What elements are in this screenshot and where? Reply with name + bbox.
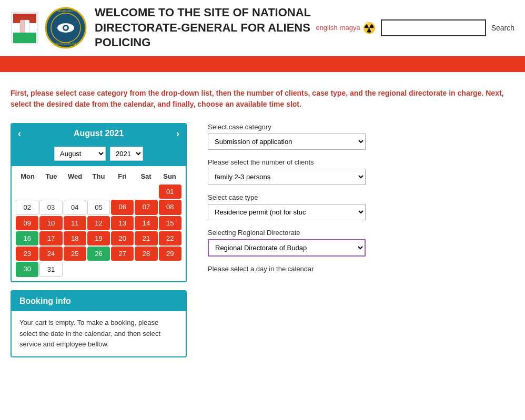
cal-day-08[interactable]: 08 <box>159 200 181 215</box>
cal-day-25[interactable]: 25 <box>64 247 86 261</box>
cal-day-17[interactable]: 17 <box>39 231 62 245</box>
calendar-month-year: August 2021 <box>74 129 124 138</box>
case-category-group: Select case category Submission of appli… <box>208 123 429 150</box>
case-type-group: Select case type Residence permit (not f… <box>208 193 429 220</box>
cal-day-12[interactable]: 12 <box>87 216 110 230</box>
radiation-icon: ☢️ <box>362 22 376 34</box>
calendar-grid: Mon Tue Wed Thu Fri Sat Sun <box>12 166 186 281</box>
cal-day-13[interactable]: 13 <box>111 216 134 230</box>
cal-day-07[interactable]: 07 <box>135 200 157 215</box>
cal-day-20[interactable]: 20 <box>111 231 134 245</box>
form-section: Select case category Submission of appli… <box>208 123 429 273</box>
cal-day-21[interactable]: 21 <box>135 231 157 245</box>
cal-day-09[interactable]: 09 <box>16 216 38 230</box>
case-category-select[interactable]: Submission of application Extension of a… <box>208 134 366 150</box>
cal-day-23[interactable]: 23 <box>16 247 38 261</box>
svg-text:BEVÁNDORLÁSI: BEVÁNDORLÁSI <box>56 42 76 45</box>
booking-info-body: Your cart is empty. To make a booking, p… <box>12 311 186 356</box>
content-layout: ‹ August 2021 › JanuaryFebruaryMarchApri… <box>11 123 514 357</box>
svg-rect-5 <box>20 20 25 33</box>
calendar-section: ‹ August 2021 › JanuaryFebruaryMarchApri… <box>11 123 187 357</box>
search-button[interactable]: Search <box>491 24 514 32</box>
directorate-select[interactable]: Regional Directorate of Budap Regional D… <box>208 239 366 257</box>
case-type-label: Select case type <box>208 193 429 201</box>
cal-day-02[interactable]: 02 <box>16 200 38 215</box>
red-bar <box>0 56 525 72</box>
directorate-group: Selecting Regional Directorate Regional … <box>208 229 429 257</box>
cal-day-11[interactable]: 11 <box>64 216 86 230</box>
cal-day-16[interactable]: 16 <box>16 231 38 245</box>
svg-text:RENDÉSZETI: RENDÉSZETI <box>57 9 74 13</box>
day-name-sun: Sun <box>158 170 181 182</box>
calendar-prev-button[interactable]: ‹ <box>18 128 21 139</box>
cal-empty <box>87 185 110 199</box>
day-name-mon: Mon <box>16 170 39 182</box>
cal-day-05[interactable]: 05 <box>87 200 110 215</box>
language-switcher: english magya ☢️ <box>316 22 375 34</box>
cal-day-14[interactable]: 14 <box>135 216 157 230</box>
organization-logo: BEVÁNDORLÁSI RENDÉSZETI <box>45 7 87 49</box>
calendar-selects: JanuaryFebruaryMarchApril MayJuneJulyAug… <box>12 144 186 166</box>
day-name-fri: Fri <box>110 170 134 182</box>
cal-day-18[interactable]: 18 <box>64 231 86 245</box>
month-select[interactable]: JanuaryFebruaryMarchApril MayJuneJulyAug… <box>54 147 106 161</box>
cal-day-26[interactable]: 26 <box>87 247 110 261</box>
cal-day-01[interactable]: 01 <box>159 185 181 199</box>
instructions-text: First, please select case category from … <box>11 88 514 110</box>
case-category-label: Select case category <box>208 123 429 131</box>
site-title: WELCOME TO THE SITE OF NATIONAL DIRECTOR… <box>95 5 316 50</box>
svg-point-11 <box>64 26 67 29</box>
calendar-container: ‹ August 2021 › JanuaryFebruaryMarchApri… <box>11 123 187 282</box>
hungarian-flag-icon <box>11 9 39 46</box>
directorate-label: Selecting Regional Directorate <box>208 229 429 237</box>
cal-day-03[interactable]: 03 <box>39 200 62 215</box>
day-name-thu: Thu <box>87 170 110 182</box>
cal-day-06[interactable]: 06 <box>111 200 134 215</box>
cal-day-30[interactable]: 30 <box>16 262 38 277</box>
cal-empty <box>16 185 38 199</box>
day-name-tue: Tue <box>39 170 63 182</box>
calendar-header: ‹ August 2021 › <box>12 124 186 144</box>
day-name-wed: Wed <box>63 170 87 182</box>
cal-day-28[interactable]: 28 <box>135 247 157 261</box>
cal-day-15[interactable]: 15 <box>159 216 181 230</box>
cal-day-31[interactable]: 31 <box>39 262 62 277</box>
cal-day-22[interactable]: 22 <box>159 231 181 245</box>
cal-empty <box>39 185 62 199</box>
main-content: First, please select case category from … <box>0 72 525 373</box>
cal-empty <box>135 185 157 199</box>
cal-empty <box>64 185 86 199</box>
case-type-select[interactable]: Residence permit (not for stuc Residence… <box>208 204 366 220</box>
cal-day-19[interactable]: 19 <box>87 231 110 245</box>
num-clients-label: Please select the number of clients <box>208 158 429 166</box>
header: BEVÁNDORLÁSI RENDÉSZETI WELCOME TO THE S… <box>0 0 525 56</box>
english-lang-link[interactable]: english <box>316 24 337 32</box>
cal-day-04[interactable]: 04 <box>64 200 86 215</box>
cal-day-10[interactable]: 10 <box>39 216 62 230</box>
cal-day-24[interactable]: 24 <box>39 247 62 261</box>
calendar-next-button[interactable]: › <box>176 128 179 139</box>
cal-empty <box>111 185 134 199</box>
calendar-days: 01 02 03 04 05 06 07 08 09 10 11 12 <box>16 185 181 277</box>
svg-rect-3 <box>13 33 36 43</box>
cal-day-27[interactable]: 27 <box>111 247 134 261</box>
num-clients-group: Please select the number of clients 1 pe… <box>208 158 429 185</box>
year-select[interactable]: 202020212022 <box>110 147 143 161</box>
day-name-sat: Sat <box>134 170 158 182</box>
cal-day-29[interactable]: 29 <box>159 247 181 261</box>
num-clients-select[interactable]: 1 person family 2-3 persons family 4+ pe… <box>208 169 366 185</box>
booking-info-header: Booking info <box>12 291 186 311</box>
day-select-message: Please select a day in the calendar <box>208 265 429 273</box>
magyar-lang-link[interactable]: magya <box>340 24 360 32</box>
calendar-day-names: Mon Tue Wed Thu Fri Sat Sun <box>16 170 181 182</box>
booking-info: Booking info Your cart is empty. To make… <box>11 290 187 357</box>
header-right: english magya ☢️ Search <box>316 19 514 36</box>
search-input[interactable] <box>381 19 486 36</box>
